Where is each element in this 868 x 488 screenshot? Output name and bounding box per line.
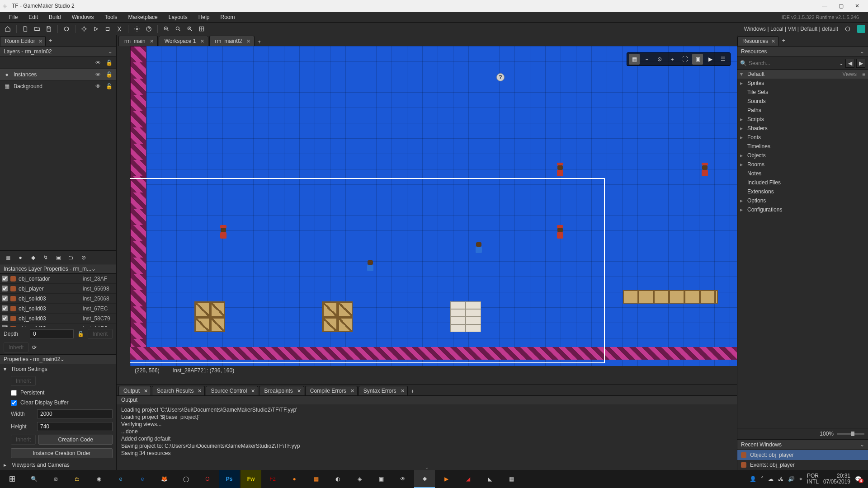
tree-item-included[interactable]: Included Files	[737, 178, 868, 187]
layer-row-instances[interactable]: ● Instances 👁🔓	[0, 69, 116, 80]
tree-item-sounds[interactable]: Sounds	[737, 97, 868, 106]
depth-input[interactable]: 0	[30, 329, 74, 338]
new-icon[interactable]	[20, 24, 30, 34]
folder-icon[interactable]: 🗀	[67, 253, 75, 262]
filezilla-icon[interactable]: Fz	[262, 470, 283, 488]
app-icon[interactable]: ◢	[458, 470, 478, 488]
clear-display-checkbox[interactable]	[11, 400, 17, 406]
tray-chevron-icon[interactable]: ˄	[761, 476, 764, 482]
instance-checkbox[interactable]	[2, 296, 8, 301]
brick-instance[interactable]	[450, 317, 466, 324]
close-icon[interactable]: ✕	[350, 388, 354, 394]
menu-build[interactable]: Build	[44, 12, 66, 22]
taskview-button[interactable]: ⎚	[45, 470, 66, 488]
edge-icon[interactable]: e	[132, 470, 153, 488]
start-button[interactable]	[2, 470, 23, 488]
resources-tab[interactable]: Resources✕	[737, 36, 778, 46]
notification-badge[interactable]	[857, 25, 865, 33]
instance-checkbox[interactable]	[2, 286, 8, 291]
lock-icon[interactable]: 🔓	[105, 60, 113, 66]
chevron-right-icon[interactable]: ▸	[4, 462, 8, 468]
refresh-icon[interactable]: ⟳	[32, 344, 37, 351]
instance-checkbox[interactable]	[2, 315, 8, 321]
tab-workspace1[interactable]: Workspace 1✕	[159, 36, 208, 46]
sprite-npc[interactable]	[474, 242, 484, 256]
eye-icon[interactable]: 👁	[94, 83, 102, 89]
firefox-icon[interactable]: 🦊	[154, 470, 175, 488]
output-tab-search[interactable]: Search Results✕	[152, 386, 205, 395]
add-path-layer-icon[interactable]: ↯	[42, 253, 50, 262]
tab-rm-main[interactable]: rm_main✕	[118, 36, 158, 46]
save-icon[interactable]	[44, 24, 54, 34]
target-settings-icon[interactable]	[843, 24, 853, 34]
sublime-icon[interactable]: ▶	[436, 470, 457, 488]
stop-icon[interactable]	[103, 24, 113, 34]
chevron-down-icon[interactable]: ⌄	[839, 60, 844, 66]
photoshop-icon[interactable]: Ps	[219, 470, 240, 488]
search-input[interactable]	[749, 60, 837, 66]
layers-icon[interactable]: ☰	[717, 54, 728, 65]
grid-toggle-icon[interactable]: ▦	[629, 54, 640, 65]
instance-checkbox[interactable]	[2, 276, 8, 282]
platform-instance[interactable]	[623, 290, 718, 304]
notifications-icon[interactable]: 💬4	[855, 476, 862, 482]
brick-instance[interactable]	[450, 324, 466, 332]
minimize-button[interactable]: —	[816, 0, 833, 12]
tree-item-extensions[interactable]: Extensions	[737, 187, 868, 196]
tab-rm-main02[interactable]: rm_main02✕	[209, 36, 255, 46]
help-icon[interactable]	[144, 24, 154, 34]
lock-icon[interactable]: 🔓	[105, 83, 113, 89]
add-instance-layer-icon[interactable]: ●	[16, 253, 24, 262]
crate-instance[interactable]	[337, 317, 353, 332]
question-instance[interactable]: ?	[496, 73, 505, 81]
instance-order-button[interactable]: Instance Creation Order	[11, 448, 113, 458]
crate-instance[interactable]	[322, 317, 337, 332]
onedrive-icon[interactable]: ☁	[768, 476, 774, 482]
search-prev-button[interactable]: ◀	[845, 59, 854, 68]
snap-icon[interactable]: ▣	[692, 54, 703, 65]
zoom-reset-icon[interactable]	[173, 24, 183, 34]
add-bg-layer-icon[interactable]: ▦	[4, 253, 12, 262]
zoom-out-icon[interactable]: －	[642, 54, 652, 65]
close-icon[interactable]: ✕	[297, 388, 301, 394]
tree-default-header[interactable]: ▾ Default Views ≡	[737, 70, 868, 79]
layers-header[interactable]: Layers - rm_main02 ⌄	[0, 46, 116, 57]
chevron-down-icon[interactable]: ▾	[4, 366, 8, 372]
output-tab-compile[interactable]: Compile Errors✕	[305, 386, 358, 395]
search-button[interactable]: 🔍	[24, 470, 44, 488]
search-next-button[interactable]: ▶	[856, 59, 865, 68]
tree-item-paths[interactable]: Paths	[737, 106, 868, 115]
app-icon[interactable]: ●	[284, 470, 305, 488]
eclipse-icon[interactable]: ◐	[327, 470, 348, 488]
crate-instance[interactable]	[210, 317, 225, 332]
add-tab-button[interactable]: +	[779, 37, 788, 45]
app-icon[interactable]: ▦	[306, 470, 326, 488]
close-button[interactable]: ✕	[849, 0, 865, 12]
brick-instance[interactable]	[466, 309, 481, 317]
eye-icon[interactable]: 👁	[94, 60, 102, 66]
sprite-player[interactable]	[365, 260, 375, 274]
zoom-100-icon[interactable]: ⊙	[654, 54, 665, 65]
menu-layouts[interactable]: Layouts	[164, 12, 192, 22]
crate-instance[interactable]	[322, 301, 337, 317]
zoom-in-icon[interactable]: ＋	[667, 54, 678, 65]
delete-layer-icon[interactable]: ⊘	[80, 253, 88, 262]
app-icon[interactable]: ◈	[349, 470, 370, 488]
menu-tools[interactable]: Tools	[100, 12, 122, 22]
zoom-out-icon[interactable]	[161, 24, 171, 34]
chrome-icon[interactable]: ◯	[175, 470, 196, 488]
language-indicator[interactable]: POR INTL	[807, 473, 819, 485]
zoom-slider[interactable]	[837, 433, 864, 435]
viewports-label[interactable]: Viewports and Cameras	[12, 462, 70, 468]
crate-instance[interactable]	[210, 301, 225, 317]
play-icon[interactable]	[91, 24, 101, 34]
gamemaker-icon[interactable]: ◆	[414, 470, 435, 488]
volume-icon[interactable]: 🔊	[788, 476, 795, 482]
tree-item-notes[interactable]: Notes	[737, 169, 868, 178]
home-icon[interactable]	[3, 24, 13, 34]
creation-code-button[interactable]: Creation Code	[38, 435, 113, 445]
add-tab-button[interactable]: +	[47, 37, 55, 45]
tree-item-tilesets[interactable]: Tile Sets	[737, 88, 868, 97]
tree-item-scripts[interactable]: ▸Scripts	[737, 115, 868, 124]
network-icon[interactable]: 🖧	[778, 476, 783, 482]
